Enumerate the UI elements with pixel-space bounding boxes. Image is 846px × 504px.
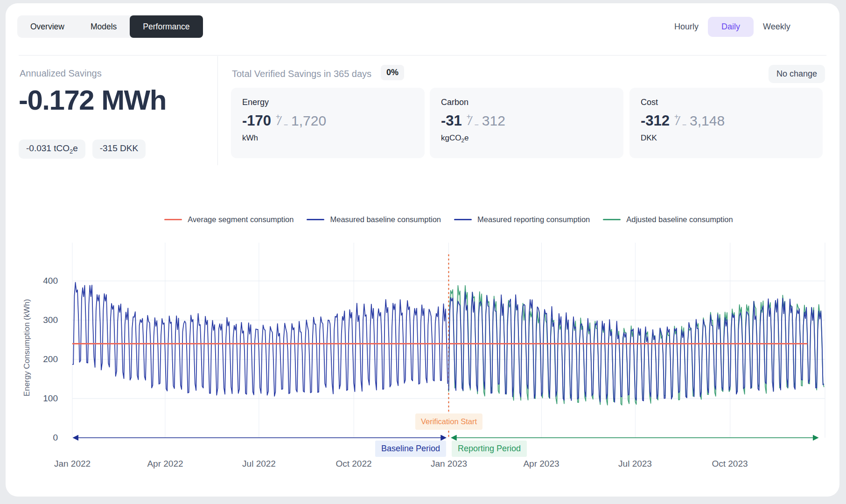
y-tick-200: 200 bbox=[35, 354, 58, 364]
y-tick-400: 400 bbox=[35, 276, 58, 286]
x-tick-oct-2023: Oct 2023 bbox=[712, 459, 748, 469]
y-tick-100: 100 bbox=[35, 393, 58, 404]
x-tick-apr-2023: Apr 2023 bbox=[523, 459, 559, 469]
x-tick-jul-2023: Jul 2023 bbox=[618, 459, 652, 469]
y-axis-title: Energy Consumption (kWh) bbox=[22, 299, 32, 397]
x-tick-jan-2022: Jan 2022 bbox=[54, 459, 91, 469]
verification-start-label: Verification Start bbox=[415, 413, 482, 430]
x-tick-oct-2022: Oct 2022 bbox=[336, 459, 371, 469]
y-tick-0: 0 bbox=[35, 433, 58, 443]
x-tick-jan-2023: Jan 2023 bbox=[431, 459, 467, 469]
performance-dashboard: Overview Models Performance Hourly Daily… bbox=[0, 0, 846, 504]
baseline-period-label: Baseline Period bbox=[375, 441, 446, 457]
reporting-period-label: Reporting Period bbox=[452, 441, 527, 457]
y-tick-300: 300 bbox=[35, 315, 58, 325]
x-tick-jul-2022: Jul 2022 bbox=[242, 459, 276, 469]
x-tick-apr-2022: Apr 2022 bbox=[147, 459, 183, 469]
